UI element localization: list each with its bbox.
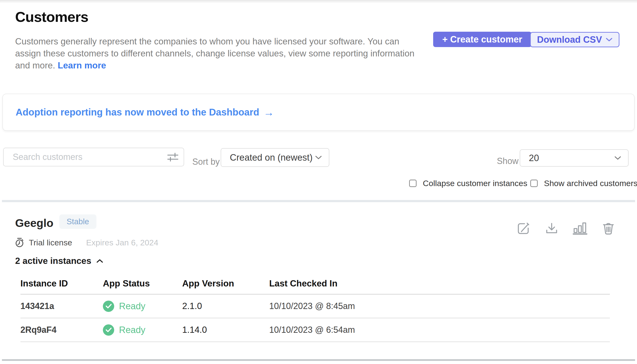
adoption-reporting-banner: Adoption reporting has now moved to the … (3, 94, 634, 131)
download-csv-button[interactable]: Download CSV (530, 32, 619, 47)
search-customers-box (3, 148, 184, 166)
edit-icon[interactable] (517, 222, 531, 235)
col-app-status: App Status (103, 278, 150, 289)
search-input[interactable] (4, 149, 162, 166)
active-instances-toggle[interactable]: 2 active instances (15, 256, 103, 266)
license-type: Trial license (29, 238, 72, 247)
license-expiry: Expires Jan 6, 2024 (86, 238, 158, 247)
customers-page: Customers Customers generally represent … (0, 0, 637, 364)
chevron-up-icon (96, 259, 103, 263)
table-row: 2Rq9aF4 Ready 1.14.0 10/10/2023 @ 6:54am (21, 324, 610, 336)
last-checked-in: 10/10/2023 @ 8:45am (269, 300, 355, 312)
last-checked-in: 10/10/2023 @ 6:54am (269, 324, 355, 336)
sort-select[interactable]: Created on (newest) (221, 148, 329, 167)
app-version: 2.1.0 (182, 300, 202, 312)
show-archived-checkbox-group[interactable]: Show archived customers (530, 178, 637, 188)
show-label: Show (497, 156, 519, 166)
customer-actions (517, 222, 615, 235)
table-divider (21, 318, 610, 318)
trash-icon[interactable] (601, 222, 615, 235)
show-archived-checkbox[interactable] (530, 180, 538, 187)
status-badge: Ready (103, 300, 145, 312)
check-circle-icon (103, 300, 114, 312)
status-text: Ready (119, 324, 145, 336)
collapse-instances-label: Collapse customer instances (423, 179, 527, 188)
table-divider (21, 342, 610, 342)
download-icon[interactable] (545, 222, 559, 235)
col-app-version: App Version (182, 278, 234, 289)
col-last-checked-in: Last Checked In (269, 278, 337, 289)
status-text: Ready (119, 300, 145, 312)
sort-select-value: Created on (newest) (230, 152, 312, 163)
instance-id: 143421a (21, 300, 54, 312)
page-title: Customers (15, 9, 88, 25)
col-instance-id: Instance ID (21, 278, 68, 289)
collapse-instances-checkbox-group[interactable]: Collapse customer instances (409, 178, 527, 188)
check-circle-icon (103, 324, 114, 336)
section-divider (2, 200, 635, 202)
learn-more-link[interactable]: Learn more (58, 60, 106, 70)
download-csv-label: Download CSV (537, 34, 602, 45)
show-archived-label: Show archived customers (544, 179, 637, 188)
page-description: Customers generally represent the compan… (15, 36, 426, 72)
chevron-down-icon (614, 156, 621, 160)
chevron-down-icon (315, 155, 322, 160)
table-row: 143421a Ready 2.1.0 10/10/2023 @ 8:45am (21, 300, 610, 312)
instance-id: 2Rq9aF4 (21, 324, 57, 336)
collapse-instances-checkbox[interactable] (409, 180, 416, 187)
show-count-select[interactable]: 20 (520, 149, 628, 167)
top-scroll-shadow (0, 0, 637, 3)
arrow-right-icon: → (264, 108, 274, 117)
stopwatch-icon (15, 237, 25, 248)
show-count-value: 20 (529, 153, 539, 163)
table-divider (21, 294, 610, 294)
active-instances-label: 2 active instances (15, 256, 91, 266)
filter-sliders-icon[interactable] (162, 149, 184, 166)
adoption-reporting-link[interactable]: Adoption reporting has now moved to the … (16, 107, 274, 118)
create-customer-button[interactable]: + Create customer (433, 32, 531, 47)
customer-card-bottom-divider (2, 359, 635, 361)
instances-table-header: Instance ID App Status App Version Last … (21, 278, 610, 289)
adoption-reporting-text: Adoption reporting has now moved to the … (16, 107, 259, 118)
license-info-row: Trial license Expires Jan 6, 2024 (15, 237, 158, 248)
bar-chart-icon[interactable] (573, 222, 587, 235)
app-version: 1.14.0 (182, 324, 207, 336)
channel-badge: Stable (59, 214, 96, 229)
sort-by-label: Sort by (192, 157, 220, 167)
status-badge: Ready (103, 324, 145, 336)
customer-name: Geeglo (15, 216, 53, 230)
chevron-down-icon (606, 38, 612, 42)
